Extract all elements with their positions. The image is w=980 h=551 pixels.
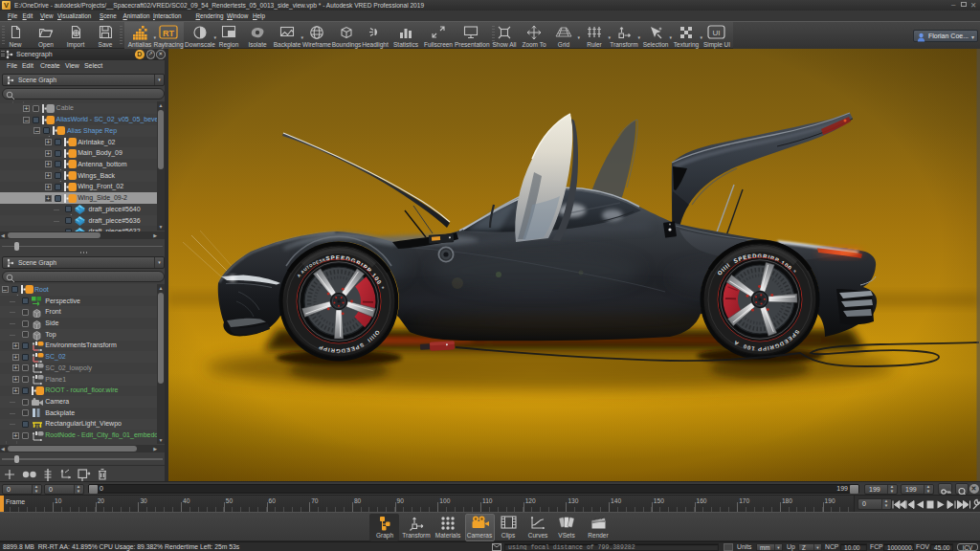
svg-text:UI: UI	[713, 29, 721, 37]
svg-text:RT: RT	[163, 29, 174, 38]
